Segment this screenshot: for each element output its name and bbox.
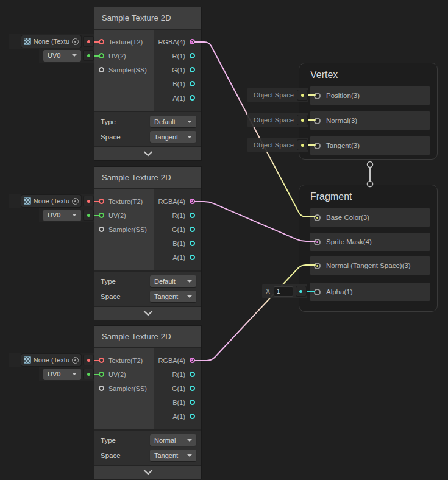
fragment-sprite-mask-row[interactable]: Sprite Mask(4) (310, 233, 430, 251)
sampler-port-icon[interactable] (99, 67, 104, 72)
port-connector[interactable] (297, 140, 307, 150)
collapse-button[interactable] (94, 307, 201, 320)
sampler-port-icon[interactable] (99, 386, 104, 391)
edge-rgba3-to-normal[interactable] (194, 265, 315, 361)
port-connector[interactable] (297, 115, 307, 125)
fragment-normal-row[interactable]: Normal (Tangent Space)(3) (310, 256, 430, 275)
output-port-row[interactable]: B(1) (154, 395, 201, 409)
vertex-tangent-row[interactable]: Tangent(3) (310, 136, 430, 155)
vertex-position-row[interactable]: Position(3) (310, 86, 430, 105)
uv-port-icon[interactable] (99, 53, 104, 58)
port-connector[interactable] (84, 37, 93, 46)
object-picker-icon[interactable] (72, 198, 79, 205)
input-port-row[interactable]: UV(2) (94, 208, 154, 222)
edge-rgba1-to-base-color[interactable] (194, 42, 315, 217)
shader-graph-canvas[interactable]: Sample Texture 2D Texture(T2) UV(2) Samp… (0, 0, 448, 480)
input-port-row[interactable]: Texture(T2) (94, 194, 154, 208)
input-port-row[interactable]: Sampler(SS) (94, 381, 154, 395)
output-port-row[interactable]: RGBA(4) (154, 353, 201, 367)
position-port-icon[interactable] (314, 93, 321, 99)
output-port-row[interactable]: G(1) (154, 222, 201, 236)
a-port-icon[interactable] (190, 414, 195, 419)
object-picker-icon[interactable] (72, 38, 79, 45)
output-port-row[interactable]: B(1) (154, 236, 201, 250)
type-dropdown[interactable]: Normal (150, 434, 196, 446)
port-connector[interactable] (297, 90, 307, 100)
input-port-row[interactable]: Sampler(SS) (94, 63, 154, 77)
sprite-mask-port-icon[interactable] (314, 239, 321, 245)
object-space-binding[interactable]: Object Space (247, 88, 308, 102)
output-port-row[interactable]: R(1) (154, 367, 201, 381)
uv-channel-dropdown[interactable]: UV0 (43, 210, 81, 221)
type-dropdown[interactable]: Default (150, 116, 196, 127)
g-port-icon[interactable] (190, 386, 195, 391)
rgba-port-icon[interactable] (190, 358, 195, 363)
alpha-value-input[interactable] (274, 286, 293, 297)
input-port-row[interactable]: UV(2) (94, 49, 154, 63)
space-dropdown[interactable]: Tangent (150, 131, 196, 143)
vertex-context-node[interactable]: Vertex Position(3) Normal(3) Tangent(3) (299, 63, 438, 160)
port-connector[interactable] (84, 369, 93, 379)
r-port-icon[interactable] (190, 213, 195, 218)
fragment-alpha-row[interactable]: Alpha(1) (310, 283, 430, 301)
port-connector[interactable] (84, 51, 93, 60)
node-header[interactable]: Sample Texture 2D (94, 7, 201, 30)
input-port-row[interactable]: UV(2) (94, 367, 154, 381)
g-port-icon[interactable] (190, 227, 195, 232)
output-port-row[interactable]: R(1) (154, 49, 201, 63)
input-port-row[interactable]: Texture(T2) (94, 353, 154, 367)
texture-port-icon[interactable] (99, 199, 104, 204)
normal-port-icon[interactable] (314, 118, 321, 124)
object-picker-icon[interactable] (72, 357, 79, 364)
node-header[interactable]: Sample Texture 2D (94, 167, 201, 189)
texture-port-icon[interactable] (99, 358, 104, 363)
output-port-row[interactable]: G(1) (154, 63, 201, 77)
sample-texture-2d-node[interactable]: Sample Texture 2D Texture(T2) UV(2) Samp… (94, 7, 201, 160)
object-space-binding[interactable]: Object Space (247, 138, 308, 152)
space-dropdown[interactable]: Tangent (150, 450, 196, 461)
output-port-row[interactable]: R(1) (154, 208, 201, 222)
uv-port-icon[interactable] (99, 372, 104, 377)
output-port-row[interactable]: G(1) (154, 381, 201, 395)
tangent-port-icon[interactable] (314, 143, 321, 149)
sampler-port-icon[interactable] (99, 227, 104, 232)
object-space-binding[interactable]: Object Space (247, 113, 308, 127)
node-header[interactable]: Sample Texture 2D (94, 326, 201, 348)
uv-channel-dropdown[interactable]: UV0 (43, 369, 81, 380)
fragment-base-color-row[interactable]: Base Color(3) (310, 208, 430, 227)
edge-rgba2-to-sprite-mask[interactable] (194, 202, 315, 241)
texture-port-icon[interactable] (99, 39, 104, 44)
a-port-icon[interactable] (190, 255, 195, 260)
port-connector[interactable] (84, 210, 93, 220)
base-color-port-icon[interactable] (314, 214, 321, 221)
input-port-row[interactable]: Sampler(SS) (94, 222, 154, 236)
collapse-button[interactable] (94, 147, 201, 160)
rgba-port-icon[interactable] (190, 39, 195, 44)
b-port-icon[interactable] (190, 81, 195, 86)
output-port-row[interactable]: A(1) (154, 250, 201, 264)
space-dropdown[interactable]: Tangent (150, 291, 196, 302)
sample-texture-2d-node[interactable]: Sample Texture 2D Texture(T2) UV(2) Samp… (94, 326, 201, 479)
b-port-icon[interactable] (190, 400, 195, 405)
output-port-row[interactable]: A(1) (154, 91, 201, 105)
texture-object-field[interactable]: None (Textu (21, 354, 81, 366)
port-connector[interactable] (84, 196, 93, 206)
normal-tangent-space-port-icon[interactable] (314, 263, 321, 269)
type-dropdown[interactable]: Default (150, 275, 196, 287)
a-port-icon[interactable] (190, 95, 195, 101)
link-joint-top[interactable] (368, 162, 373, 168)
output-port-row[interactable]: B(1) (154, 77, 201, 91)
uv-port-icon[interactable] (99, 213, 104, 218)
output-port-row[interactable]: RGBA(4) (154, 35, 201, 49)
texture-object-field[interactable]: None (Textu (21, 195, 81, 207)
output-port-row[interactable]: RGBA(4) (154, 194, 201, 208)
input-port-row[interactable]: Texture(T2) (94, 35, 154, 49)
alpha-port-icon[interactable] (314, 289, 321, 295)
g-port-icon[interactable] (190, 67, 195, 72)
texture-object-field[interactable]: None (Textu (21, 35, 81, 48)
port-connector[interactable] (84, 355, 93, 365)
r-port-icon[interactable] (190, 53, 195, 58)
fragment-context-node[interactable]: Fragment Base Color(3) Sprite Mask(4) No… (299, 185, 438, 312)
r-port-icon[interactable] (190, 372, 195, 377)
collapse-button[interactable] (94, 466, 201, 479)
